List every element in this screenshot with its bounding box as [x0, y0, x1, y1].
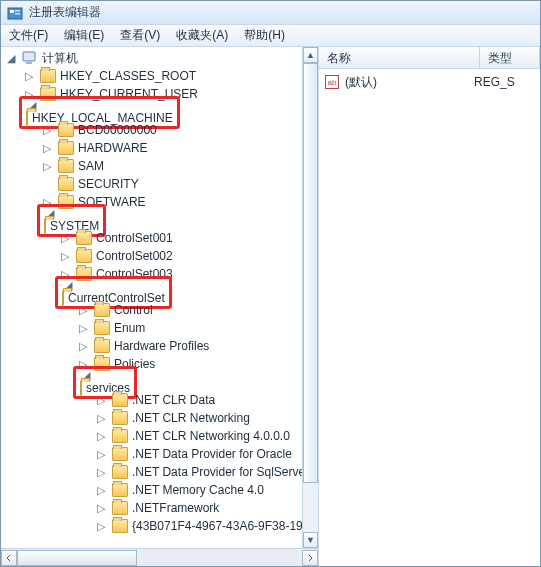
tree-node-hwprof[interactable]: ▷Hardware Profiles — [73, 337, 318, 355]
node-label: SAM — [78, 159, 104, 173]
tree-node-service[interactable]: ▷.NET CLR Data — [91, 391, 318, 409]
tree-node-service[interactable]: ▷.NET Memory Cache 4.0 — [91, 481, 318, 499]
node-label: 计算机 — [42, 50, 78, 67]
tree-node-security[interactable]: ▷SECURITY — [37, 175, 318, 193]
folder-icon — [112, 519, 128, 533]
tree-node-control[interactable]: ▷Control — [73, 301, 318, 319]
menu-help[interactable]: 帮助(H) — [236, 24, 293, 47]
folder-icon — [76, 231, 92, 245]
expand-icon[interactable]: ▷ — [95, 521, 106, 532]
tree-node-ccs[interactable]: ◢CurrentControlSet — [55, 283, 318, 301]
column-header-name[interactable]: 名称 — [319, 47, 480, 68]
expand-icon[interactable]: ▷ — [95, 485, 106, 496]
menu-favorites[interactable]: 收藏夹(A) — [168, 24, 236, 47]
scroll-thumb[interactable] — [17, 550, 137, 566]
node-label: BCD00000000 — [78, 123, 157, 137]
expand-icon[interactable]: ▷ — [95, 449, 106, 460]
column-header-type[interactable]: 类型 — [480, 47, 540, 68]
expand-icon[interactable]: ▷ — [59, 233, 70, 244]
titlebar[interactable]: 注册表编辑器 — [1, 1, 540, 25]
tree-horizontal-scrollbar[interactable] — [1, 548, 318, 566]
node-label: .NET CLR Data — [132, 393, 215, 407]
expand-icon[interactable]: ▷ — [77, 341, 88, 352]
tree-node-enum[interactable]: ▷Enum — [73, 319, 318, 337]
scroll-track[interactable] — [17, 550, 302, 566]
node-label: Hardware Profiles — [114, 339, 209, 353]
tree-node-services[interactable]: ◢services — [73, 373, 318, 391]
expand-icon[interactable]: ▷ — [95, 467, 106, 478]
tree-node-service[interactable]: ▷.NET Data Provider for Oracle — [91, 445, 318, 463]
scroll-up-button[interactable]: ▲ — [303, 47, 318, 63]
node-label: .NET CLR Networking — [132, 411, 250, 425]
folder-icon — [112, 501, 128, 515]
expand-icon[interactable]: ▷ — [59, 251, 70, 262]
scroll-down-button[interactable]: ▼ — [303, 532, 318, 548]
folder-icon — [58, 177, 74, 191]
svg-rect-1 — [10, 10, 14, 13]
expand-icon[interactable]: ▷ — [95, 503, 106, 514]
svg-rect-2 — [15, 10, 20, 12]
svg-rect-5 — [26, 62, 32, 64]
tree-node-system[interactable]: ◢SYSTEM — [37, 211, 318, 229]
folder-icon — [112, 465, 128, 479]
menu-view[interactable]: 查看(V) — [112, 24, 168, 47]
expand-icon[interactable]: ▷ — [77, 305, 88, 316]
folder-icon — [44, 218, 46, 234]
folder-icon — [112, 429, 128, 443]
node-label: .NET Data Provider for SqlServer — [132, 465, 309, 479]
tree-pane: ◢ 计算机 ▷HKEY_CLASSES_ROOT ▷HKEY_CURRENT_U… — [1, 47, 319, 566]
scroll-thumb[interactable] — [303, 63, 318, 483]
tree-node-hardware[interactable]: ▷HARDWARE — [37, 139, 318, 157]
folder-icon — [80, 380, 82, 396]
folder-icon — [40, 69, 56, 83]
tree-node-bcd[interactable]: ▷BCD00000000 — [37, 121, 318, 139]
tree-node-sam[interactable]: ▷SAM — [37, 157, 318, 175]
expand-icon[interactable]: ▷ — [41, 161, 52, 172]
tree-node-service[interactable]: ▷{43B071F4-4967-43A6-9F38-193 — [91, 517, 318, 535]
value-name: (默认) — [345, 74, 474, 91]
node-label: ControlSet002 — [96, 249, 173, 263]
list-body[interactable]: ab (默认) REG_S — [319, 69, 540, 566]
tree-node-hkcr[interactable]: ▷HKEY_CLASSES_ROOT — [19, 67, 318, 85]
menu-edit[interactable]: 编辑(E) — [56, 24, 112, 47]
tree-vertical-scrollbar[interactable]: ▲ ▼ — [302, 47, 318, 548]
expand-icon[interactable]: ▷ — [41, 125, 52, 136]
tree-node-cs001[interactable]: ▷ControlSet001 — [55, 229, 318, 247]
tree-node-service[interactable]: ▷.NETFramework — [91, 499, 318, 517]
svg-rect-3 — [15, 13, 20, 15]
collapse-icon[interactable]: ◢ — [5, 53, 16, 64]
folder-icon — [112, 393, 128, 407]
folder-icon — [94, 303, 110, 317]
tree-node-service[interactable]: ▷.NET Data Provider for SqlServer — [91, 463, 318, 481]
expand-icon[interactable]: ▷ — [41, 143, 52, 154]
string-value-icon: ab — [325, 75, 339, 89]
scroll-left-button[interactable] — [1, 550, 17, 566]
tree-scroll[interactable]: ◢ 计算机 ▷HKEY_CLASSES_ROOT ▷HKEY_CURRENT_U… — [1, 47, 318, 548]
tree-node-hklm[interactable]: ◢HKEY_LOCAL_MACHINE — [19, 103, 318, 121]
client-area: ◢ 计算机 ▷HKEY_CLASSES_ROOT ▷HKEY_CURRENT_U… — [1, 47, 540, 566]
expand-icon[interactable]: ▷ — [95, 431, 106, 442]
tree-node-service[interactable]: ▷.NET CLR Networking — [91, 409, 318, 427]
scroll-track[interactable] — [303, 63, 318, 532]
expand-icon[interactable]: ▷ — [23, 71, 34, 82]
tree-node-service[interactable]: ▷.NET CLR Networking 4.0.0.0 — [91, 427, 318, 445]
expand-icon[interactable]: ▷ — [95, 395, 106, 406]
folder-icon — [58, 159, 74, 173]
tree-node-cs002[interactable]: ▷ControlSet002 — [55, 247, 318, 265]
tree-node-computer[interactable]: ◢ 计算机 — [1, 49, 318, 67]
list-row[interactable]: ab (默认) REG_S — [325, 73, 534, 91]
scroll-right-button[interactable] — [302, 550, 318, 566]
node-label: HARDWARE — [78, 141, 148, 155]
node-label: Control — [114, 303, 153, 317]
node-label: HKEY_CLASSES_ROOT — [60, 69, 196, 83]
node-label: SECURITY — [78, 177, 139, 191]
expand-icon[interactable]: ▷ — [95, 413, 106, 424]
folder-icon — [112, 483, 128, 497]
folder-icon — [94, 321, 110, 335]
menu-file[interactable]: 文件(F) — [1, 24, 56, 47]
node-label: .NET CLR Networking 4.0.0.0 — [132, 429, 290, 443]
values-pane: 名称 类型 ab (默认) REG_S — [319, 47, 540, 566]
expand-icon[interactable]: ▷ — [77, 323, 88, 334]
folder-icon — [76, 249, 92, 263]
node-label: .NETFramework — [132, 501, 219, 515]
